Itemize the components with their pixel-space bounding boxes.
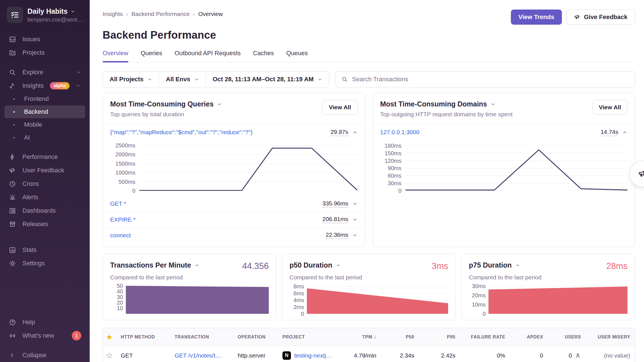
alpha-badge: alpha [50,82,70,89]
filter-bar: All Projects All Envs Oct 28, 11:13 AM–O… [103,71,635,87]
dashboard-icon [8,207,16,215]
org-switcher[interactable]: Daily Habits benjamin.coe@sent… [4,7,85,23]
chevron-down-icon [76,70,81,75]
sidebar-item-releases[interactable]: Releases [4,217,85,231]
chevron-down-icon [336,263,341,268]
chevron-down-icon [194,263,200,268]
search-input[interactable] [352,76,629,83]
query-row-expanded: {"map":"?","mapReduce":"$cmd","out":"?",… [103,124,365,141]
sidebar-item-mobile[interactable]: Mobile [4,118,85,131]
tab-outbound-api-requests[interactable]: Outbound API Requests [175,50,241,62]
col-user-misery[interactable]: USER MISERY [586,335,635,340]
chevron-left-icon [8,352,16,359]
query-link[interactable]: GET * [110,200,126,207]
sidebar-item-help[interactable]: Help [4,315,85,329]
cell-users: 0 [569,352,572,359]
chevron-down-icon[interactable] [352,201,358,206]
sidebar-item-insights[interactable]: Insights alpha [4,79,85,92]
query-link[interactable]: {"map":"?","mapReduce":"$cmd","out":"?",… [110,129,252,136]
sidebar-item-stats[interactable]: Stats [4,243,85,257]
p75-title-dropdown[interactable]: p75 Duration [469,261,520,269]
domains-line-chart [406,143,628,191]
col-p50[interactable]: P50 [381,335,419,340]
megaphone-icon [8,167,16,174]
query-row: connect 22.36ms [103,227,365,243]
tab-queues[interactable]: Queues [286,50,308,62]
sidebar-item-projects[interactable]: Projects [4,46,85,59]
bullet-icon [10,137,18,138]
chevron-up-icon[interactable] [352,130,358,135]
sidebar-item-settings[interactable]: Settings [4,257,85,270]
domains-view-all-button[interactable]: View All [592,100,627,115]
col-apdex[interactable]: APDEX [510,335,548,340]
project-filter[interactable]: All Projects [103,71,159,87]
bullet-icon [10,111,18,113]
query-link[interactable]: EXPIRE * [110,216,136,223]
col-p95[interactable]: P95 [419,335,460,340]
most-time-consuming-domains-card: Most Time-Consuming Domains Top outgoing… [373,92,635,247]
query-total-time[interactable]: 22.36ms [326,231,348,239]
sidebar-item-explore[interactable]: Explore [4,66,85,79]
date-range-filter[interactable]: Oct 28, 11:13 AM–Oct 28, 11:19 AM [206,71,329,87]
sidebar-item-whats-new[interactable]: What's new 1 [4,329,85,342]
sidebar-item-backend[interactable]: Backend [4,105,85,118]
star-toggle[interactable] [103,352,121,359]
project-link[interactable]: testing-nextj… [294,352,332,359]
app-window: Daily Habits benjamin.coe@sent… Issues P… [0,0,644,362]
tab-queries[interactable]: Queries [141,50,162,62]
star-outline-icon [106,352,113,359]
queries-view-all-button[interactable]: View All [322,100,357,115]
queries-card-title-dropdown[interactable]: Most Time-Consuming Queries [110,100,222,108]
star-column-header[interactable] [103,334,121,340]
sidebar-item-alerts[interactable]: Alerts [4,191,85,204]
query-total-time[interactable]: 206.81ms [322,216,348,223]
cell-tpm: 4.79/min [345,352,381,359]
sidebar-item-frontend[interactable]: Frontend [4,92,85,105]
environment-filter[interactable]: All Envs [159,71,206,87]
broadcast-icon [8,332,16,340]
col-users[interactable]: USERS [548,335,586,340]
cell-http-method: GET [121,352,175,359]
chevron-down-icon[interactable] [352,217,358,222]
queries-chart-y-axis: 2500ms2000ms1500ms1000ms500ms0 [110,143,139,191]
transaction-link[interactable]: GET /v1/notes/t… [175,352,221,359]
cell-failure-rate: 0% [460,352,510,359]
search-icon [8,69,16,76]
chevron-down-icon[interactable] [352,233,358,238]
sidebar-item-user-feedback[interactable]: User Feedback [4,164,85,177]
col-project[interactable]: PROJECT [282,335,345,340]
domain-link[interactable]: 127.0.0.1:3000 [380,129,420,136]
sidebar-item-issues[interactable]: Issues [4,33,85,46]
page-title: Backend Performance [103,29,635,41]
query-link[interactable]: connect [110,232,131,239]
view-trends-button[interactable]: View Trends [511,10,562,25]
tpm-value: 44.356 [242,261,269,271]
col-failure-rate[interactable]: FAILURE RATE [460,335,510,340]
bullet-icon [10,124,18,126]
col-transaction[interactable]: TRANSACTION [175,335,238,340]
breadcrumb-backend-performance[interactable]: Backend Performance [131,11,190,17]
p50-title-dropdown[interactable]: p50 Duration [289,261,341,269]
p75-duration-card: p75 Duration 28ms Compared to the last p… [461,254,635,320]
tpm-title-dropdown[interactable]: Transactions Per Minute [110,261,200,269]
col-tpm-sorted[interactable]: TPM ↓ [345,334,381,340]
domain-total-time[interactable]: 14.74s [601,129,618,136]
sidebar-collapse-button[interactable]: Collapse [4,349,85,362]
query-total-time[interactable]: 335.96ms [322,200,348,208]
sidebar-item-ai[interactable]: AI [4,131,85,144]
sidebar-item-performance[interactable]: Performance [4,150,85,164]
col-http-method[interactable]: HTTP METHOD [121,335,175,340]
query-total-time[interactable]: 29.87s [330,129,348,136]
sidebar-item-crons[interactable]: Crons [4,177,85,191]
domains-card-title-dropdown[interactable]: Most Time-Consuming Domains [380,100,513,108]
tab-caches[interactable]: Caches [253,50,274,62]
sidebar-item-dashboards[interactable]: Dashboards [4,204,85,217]
breadcrumb-insights[interactable]: Insights [103,11,123,17]
chevron-up-icon[interactable] [622,130,627,135]
col-operation[interactable]: OPERATION [238,335,282,340]
p50-value: 3ms [432,261,448,271]
tab-overview[interactable]: Overview [103,50,128,62]
p75-chart-y-axis: 30ms20ms10ms0 [469,285,488,314]
give-feedback-button[interactable]: Give Feedback [566,10,635,25]
user-icon [575,352,581,359]
